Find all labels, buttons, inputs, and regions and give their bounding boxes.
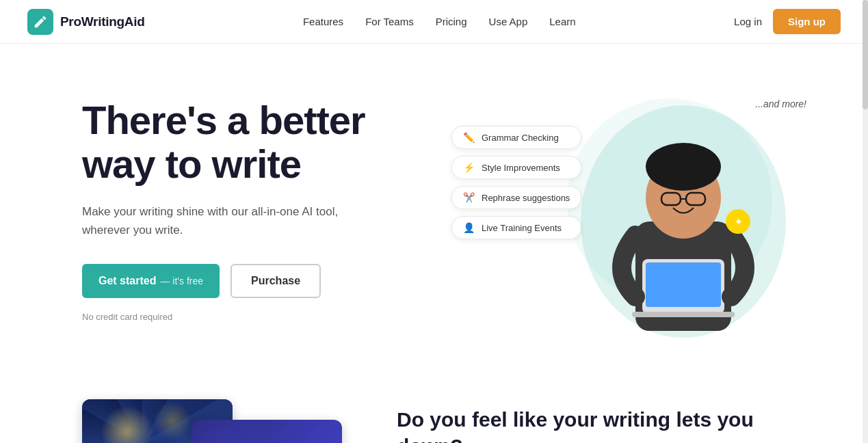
grammar-label: Grammar Checking — [482, 133, 559, 143]
style-label: Style Improvements — [482, 163, 560, 173]
grammar-icon: ✏️ — [463, 132, 475, 143]
brand-name: ProWritingAid — [60, 14, 144, 29]
section2-images: My idea in my head — [82, 399, 342, 443]
image-card-front — [192, 420, 342, 443]
purchase-button[interactable]: Purchase — [231, 264, 321, 298]
signup-button[interactable]: Sign up — [773, 9, 841, 34]
get-started-button[interactable]: Get started — it's free — [82, 264, 220, 298]
hero-content: There's a better way to write Make your … — [82, 85, 438, 322]
hero-title-line2: way to write — [82, 142, 301, 186]
get-started-label: Get started — [98, 275, 156, 287]
svg-point-3 — [646, 143, 721, 191]
training-label: Live Training Events — [482, 223, 562, 233]
no-credit-text: No credit card required — [82, 312, 438, 322]
navbar: ProWritingAid Features For Teams Pricing… — [0, 0, 868, 44]
hero-title-line1: There's a better — [82, 98, 365, 142]
hero-subtitle: Make your writing shine with our all-in-… — [82, 202, 342, 239]
login-button[interactable]: Log in — [734, 16, 762, 27]
nav-use-app[interactable]: Use App — [489, 16, 528, 27]
style-icon: ⚡ — [463, 162, 475, 173]
person-illustration: ✦ — [553, 85, 786, 345]
section2-text: Do you feel like your writing lets you d… — [397, 399, 813, 443]
scrollbar[interactable] — [863, 0, 868, 443]
hero-section: There's a better way to write Make your … — [0, 44, 868, 372]
nav-for-teams[interactable]: For Teams — [365, 16, 414, 27]
logo-svg — [33, 14, 48, 29]
svg-text:✦: ✦ — [734, 216, 743, 228]
nav-links: Features For Teams Pricing Use App Learn — [303, 16, 576, 27]
logo-icon — [27, 9, 53, 35]
section2-title: Do you feel like your writing lets you d… — [397, 406, 813, 443]
nav-learn[interactable]: Learn — [549, 16, 575, 27]
scrollbar-thumb[interactable] — [863, 0, 868, 109]
free-label: — it's free — [160, 276, 203, 286]
hero-illustration: ✏️ Grammar Checking ⚡ Style Improvements… — [451, 85, 813, 345]
nav-features[interactable]: Features — [303, 16, 343, 27]
logo[interactable]: ProWritingAid — [27, 9, 144, 35]
nav-actions: Log in Sign up — [734, 9, 841, 34]
nav-pricing[interactable]: Pricing — [436, 16, 467, 27]
person-svg: ✦ — [553, 85, 786, 345]
hero-title: There's a better way to write — [82, 98, 438, 186]
rephrase-icon: ✂️ — [463, 192, 475, 203]
hero-buttons: Get started — it's free Purchase — [82, 264, 438, 298]
svg-rect-9 — [632, 312, 735, 317]
card-swirl — [192, 420, 342, 443]
training-icon: 👤 — [463, 222, 475, 233]
svg-rect-8 — [646, 263, 721, 307]
section2: My idea in my head Do you feel like your… — [0, 372, 868, 443]
